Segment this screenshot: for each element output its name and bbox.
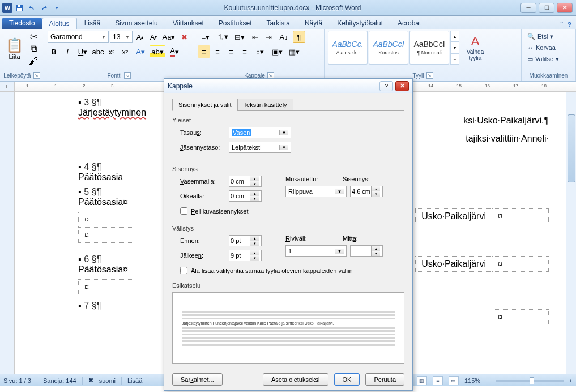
qat-undo-icon[interactable] (26, 2, 37, 14)
ok-button[interactable]: OK (334, 373, 360, 386)
strikethrough-button[interactable]: abc (92, 45, 104, 58)
font-name-combo[interactable]: Garamond▼ (48, 31, 109, 43)
tab-developer[interactable]: Kehitystyökalut (330, 17, 390, 29)
spinner-up-icon[interactable]: ▴ (250, 176, 259, 181)
tab-mailings[interactable]: Postitukset (211, 17, 259, 29)
dialog-help-button[interactable]: ? (379, 81, 393, 91)
help-icon[interactable]: ? (568, 21, 571, 29)
bullets-icon[interactable]: ≡▾ (198, 31, 214, 43)
special-indent-combo[interactable]: Riippuva▼ (285, 186, 347, 197)
qat-customize-icon[interactable]: ▾ (51, 2, 62, 14)
styles-launcher[interactable]: ↘ (426, 72, 433, 79)
change-case-icon[interactable]: Aa▾ (161, 31, 177, 43)
indent-right-spinner[interactable]: ▴▾ (229, 190, 262, 202)
tab-view[interactable]: Näytä (297, 17, 330, 29)
align-left-icon[interactable]: ≡ (198, 45, 210, 58)
spacing-at-spinner[interactable]: ▴▾ (350, 245, 383, 257)
superscript-button[interactable]: x2 (119, 45, 131, 58)
proofing-icon[interactable]: ✖ (88, 377, 93, 384)
shrink-font-icon[interactable]: A▾ (147, 31, 160, 43)
style-scroll-down-icon[interactable]: ▾ (450, 42, 459, 53)
align-center-icon[interactable]: ≡ (211, 45, 224, 58)
set-default-button[interactable]: Aseta oletukseksi (263, 373, 328, 386)
tab-acrobat[interactable]: Acrobat (390, 17, 428, 29)
shading-icon[interactable]: ▣▾ (269, 45, 285, 58)
zoom-slider[interactable] (496, 380, 564, 382)
minimize-button[interactable]: ─ (520, 3, 536, 13)
text-effects-icon[interactable]: A▾ (133, 45, 148, 58)
indent-left-spinner[interactable]: ▴▾ (229, 176, 262, 187)
multilevel-list-icon[interactable]: ⊟▾ (232, 31, 248, 43)
status-zoom-percent[interactable]: 115% (464, 377, 480, 384)
select-button[interactable]: ▭Valitse ▾ (525, 53, 572, 65)
font-size-combo[interactable]: 13▼ (110, 31, 133, 43)
decrease-indent-icon[interactable]: ⇤ (249, 31, 261, 43)
tab-home[interactable]: Aloitus (42, 18, 77, 29)
show-hide-icon[interactable]: ¶ (293, 31, 305, 43)
view-draft-icon[interactable]: ▭ (449, 376, 459, 385)
style-item[interactable]: AaBbCcIKorostus (369, 31, 408, 65)
zoom-slider-thumb[interactable] (530, 377, 534, 384)
paste-button[interactable]: 📋 Liitä (3, 31, 25, 67)
zoom-in-icon[interactable]: + (569, 377, 573, 384)
minimize-ribbon-icon[interactable]: ˆ (561, 21, 563, 29)
grow-font-icon[interactable]: A▴ (134, 31, 146, 43)
line-spacing-combo[interactable]: 1▼ (285, 245, 347, 257)
bold-button[interactable]: B (48, 45, 60, 58)
tab-review[interactable]: Tarkista (259, 17, 297, 29)
dialog-close-button[interactable]: ✕ (395, 81, 409, 91)
tab-line-breaks[interactable]: TTekstin käsittelyekstin käsittely (237, 99, 293, 111)
style-item[interactable]: AaBbCcI¶ Normaali (409, 31, 449, 65)
tab-insert[interactable]: Lisää (77, 17, 108, 29)
qat-save-icon[interactable] (14, 2, 25, 14)
view-outline-icon[interactable]: ≡ (433, 376, 443, 385)
copy-icon[interactable]: ⧉ (27, 43, 40, 54)
alignment-combo[interactable]: Vasen▼ (229, 127, 291, 138)
cut-icon[interactable]: ✂ (27, 31, 40, 42)
indent-by-spinner[interactable]: ▴▾ (350, 186, 383, 197)
dialog-titlebar[interactable]: Kappale ? ✕ (164, 79, 412, 93)
no-space-same-style-checkbox[interactable] (180, 267, 187, 274)
scrollbar-thumb[interactable] (568, 114, 575, 182)
status-language[interactable]: suomi (99, 377, 116, 384)
cancel-button[interactable]: Peruuta (365, 373, 404, 386)
tab-references[interactable]: Viittaukset (165, 17, 211, 29)
replace-button[interactable]: ↔Korvaa (525, 42, 572, 53)
sort-icon[interactable]: A↓ (276, 31, 292, 43)
find-button[interactable]: 🔍Etsi ▾ (525, 31, 572, 42)
align-right-icon[interactable]: ≡ (225, 45, 237, 58)
tab-page-layout[interactable]: Sivun asettelu (108, 17, 165, 29)
status-page[interactable]: Sivu: 1 / 3 (3, 377, 31, 384)
vertical-ruler[interactable] (0, 92, 15, 374)
clipboard-launcher[interactable]: ↘ (33, 72, 40, 79)
tabs-button[interactable]: Sarkaimet... (172, 373, 223, 386)
change-styles-button[interactable]: A Vaihda tyyliä (462, 31, 489, 65)
increase-indent-icon[interactable]: ⇥ (262, 31, 275, 43)
font-color-icon[interactable]: A▾ (167, 45, 182, 58)
space-before-spinner[interactable]: ▴▾ (229, 235, 262, 246)
subscript-button[interactable]: x2 (105, 45, 118, 58)
close-button[interactable]: ✕ (557, 3, 573, 13)
tab-file[interactable]: Tiedosto (2, 18, 42, 29)
italic-button[interactable]: I (61, 45, 74, 58)
font-launcher[interactable]: ↘ (124, 72, 131, 79)
highlight-color-icon[interactable]: ab▾ (150, 45, 165, 58)
mirror-indents-checkbox[interactable] (180, 207, 187, 215)
numbering-icon[interactable]: ⒈▾ (215, 31, 231, 43)
style-item[interactable]: AaBbCc.Alaotsikko (328, 31, 368, 65)
justify-icon[interactable]: ≡ (238, 45, 251, 58)
outline-level-combo[interactable]: Leipäteksti▼ (229, 142, 291, 153)
view-web-icon[interactable]: ▥ (417, 376, 427, 385)
tab-indents-spacing[interactable]: Sisennykset ja välit (172, 99, 238, 111)
clear-formatting-icon[interactable]: ✖ (178, 31, 190, 43)
underline-button[interactable]: U▾ (75, 45, 91, 58)
zoom-out-icon[interactable]: − (486, 377, 489, 384)
maximize-button[interactable]: ☐ (539, 3, 554, 13)
status-word-count[interactable]: Sanoja: 144 (43, 377, 76, 384)
format-painter-icon[interactable]: 🖌 (27, 56, 40, 67)
style-gallery-expand-icon[interactable]: ≡ (450, 53, 459, 65)
spinner-down-icon[interactable]: ▾ (250, 181, 259, 186)
space-after-spinner[interactable]: ▴▾ (229, 250, 262, 261)
line-spacing-icon[interactable]: ↕▾ (252, 45, 268, 58)
status-insert-mode[interactable]: Lisää (127, 377, 142, 384)
